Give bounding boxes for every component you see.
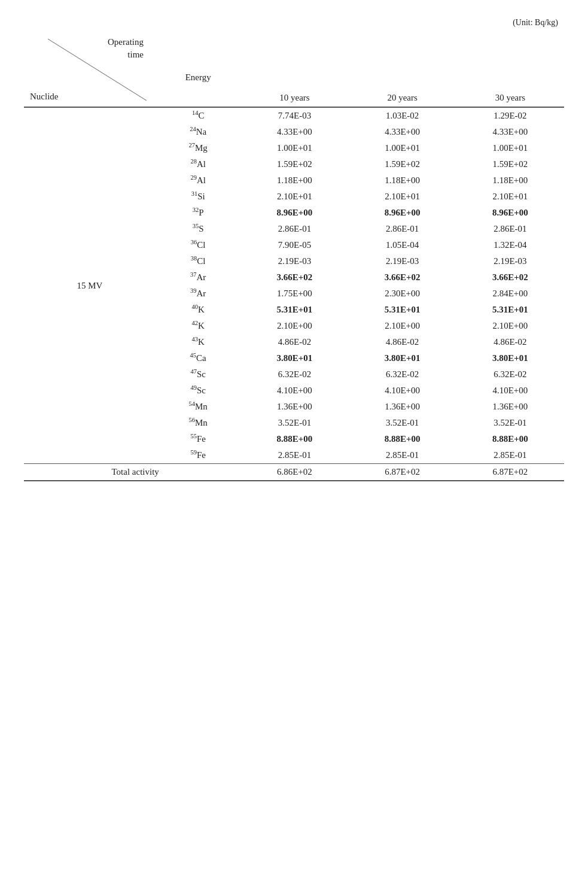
- value-col1: 2.10E+00: [240, 318, 348, 334]
- nuclide-cell: 14C: [156, 107, 240, 124]
- value-col1: 1.59E+02: [240, 156, 348, 172]
- nuclide-cell: 45Ca: [156, 350, 240, 366]
- nuclide-cell: 47Sc: [156, 366, 240, 383]
- value-col2: 2.30E+00: [349, 286, 456, 302]
- value-col2: 1.59E+02: [349, 156, 456, 172]
- nuclide-cell: 38Cl: [156, 253, 240, 269]
- value-col3: 2.85E-01: [456, 447, 564, 464]
- value-col2: 6.32E-02: [349, 366, 456, 383]
- nuclide-cell: 56Mn: [156, 415, 240, 431]
- value-col2: 3.66E+02: [349, 269, 456, 286]
- value-col3: 8.88E+00: [456, 431, 564, 447]
- value-col2: 1.18E+00: [349, 172, 456, 189]
- col3-header: 30 years: [456, 32, 564, 107]
- value-col1: 8.88E+00: [240, 431, 348, 447]
- value-col1: 2.19E-03: [240, 253, 348, 269]
- table-row: 15 MV14C7.74E-031.03E-021.29E-02: [24, 107, 564, 124]
- value-col2: 4.86E-02: [349, 334, 456, 350]
- value-col2: 1.36E+00: [349, 399, 456, 415]
- nuclide-cell: 29Al: [156, 172, 240, 189]
- value-col3: 1.18E+00: [456, 172, 564, 189]
- nuclide-cell: 24Na: [156, 124, 240, 140]
- total-value-col2: 6.87E+02: [349, 464, 456, 481]
- energy-label: Energy: [185, 72, 211, 82]
- value-col3: 1.32E-04: [456, 237, 564, 253]
- value-col3: 1.59E+02: [456, 156, 564, 172]
- value-col1: 3.52E-01: [240, 415, 348, 431]
- nuclide-cell: 40K: [156, 302, 240, 318]
- value-col2: 3.52E-01: [349, 415, 456, 431]
- value-col3: 1.36E+00: [456, 399, 564, 415]
- nuclide-cell: 32P: [156, 205, 240, 221]
- nuclide-cell: 54Mn: [156, 399, 240, 415]
- nuclide-cell: 27Mg: [156, 140, 240, 156]
- value-col3: 2.19E-03: [456, 253, 564, 269]
- value-col1: 4.10E+00: [240, 383, 348, 399]
- value-col2: 5.31E+01: [349, 302, 456, 318]
- operating-time-label: Operatingtime: [108, 36, 144, 61]
- value-col1: 4.86E-02: [240, 334, 348, 350]
- value-col3: 4.10E+00: [456, 383, 564, 399]
- value-col2: 2.10E+00: [349, 318, 456, 334]
- nuclide-cell: 55Fe: [156, 431, 240, 447]
- value-col1: 1.00E+01: [240, 140, 348, 156]
- value-col2: 2.86E-01: [349, 221, 456, 237]
- value-col3: 2.86E-01: [456, 221, 564, 237]
- header-row: Operatingtime Nuclide Energy 10 years 20…: [24, 32, 564, 107]
- table-container: Operatingtime Nuclide Energy 10 years 20…: [24, 32, 564, 481]
- col2-header: 20 years: [349, 32, 456, 107]
- value-col2: 2.85E-01: [349, 447, 456, 464]
- value-col2: 4.33E+00: [349, 124, 456, 140]
- nuclide-label: Nuclide: [30, 92, 58, 102]
- total-label: Total activity: [24, 464, 240, 481]
- value-col1: 5.31E+01: [240, 302, 348, 318]
- value-col1: 3.66E+02: [240, 269, 348, 286]
- value-col1: 6.32E-02: [240, 366, 348, 383]
- nuclide-cell: 42K: [156, 318, 240, 334]
- value-col1: 7.90E-05: [240, 237, 348, 253]
- energy-nuclide-header: Operatingtime Nuclide: [24, 32, 156, 107]
- energy-header: Energy: [156, 32, 240, 107]
- value-col3: 4.86E-02: [456, 334, 564, 350]
- value-col1: 2.86E-01: [240, 221, 348, 237]
- nuclide-cell: 36Cl: [156, 237, 240, 253]
- value-col1: 2.10E+01: [240, 189, 348, 205]
- nuclide-cell: 39Ar: [156, 286, 240, 302]
- value-col2: 3.80E+01: [349, 350, 456, 366]
- value-col3: 3.66E+02: [456, 269, 564, 286]
- nuclide-cell: 37Ar: [156, 269, 240, 286]
- diagonal-header: Operatingtime Nuclide: [30, 36, 150, 102]
- value-col2: 8.88E+00: [349, 431, 456, 447]
- value-col1: 8.96E+00: [240, 205, 348, 221]
- value-col3: 2.10E+01: [456, 189, 564, 205]
- value-col3: 5.31E+01: [456, 302, 564, 318]
- nuclide-cell: 28Al: [156, 156, 240, 172]
- nuclide-cell: 31Si: [156, 189, 240, 205]
- value-col2: 2.19E-03: [349, 253, 456, 269]
- value-col3: 8.96E+00: [456, 205, 564, 221]
- unit-label: (Unit: Bq/kg): [24, 18, 564, 28]
- nuclide-cell: 59Fe: [156, 447, 240, 464]
- value-col3: 1.29E-02: [456, 107, 564, 124]
- value-col1: 7.74E-03: [240, 107, 348, 124]
- nuclide-cell: 43K: [156, 334, 240, 350]
- value-col1: 3.80E+01: [240, 350, 348, 366]
- value-col1: 2.85E-01: [240, 447, 348, 464]
- energy-cell: 15 MV: [24, 107, 156, 464]
- value-col3: 1.00E+01: [456, 140, 564, 156]
- value-col2: 2.10E+01: [349, 189, 456, 205]
- value-col1: 1.36E+00: [240, 399, 348, 415]
- value-col1: 1.18E+00: [240, 172, 348, 189]
- value-col2: 1.05E-04: [349, 237, 456, 253]
- value-col1: 1.75E+00: [240, 286, 348, 302]
- total-value-col3: 6.87E+02: [456, 464, 564, 481]
- value-col2: 8.96E+00: [349, 205, 456, 221]
- value-col3: 3.52E-01: [456, 415, 564, 431]
- value-col2: 1.03E-02: [349, 107, 456, 124]
- col1-header: 10 years: [240, 32, 348, 107]
- nuclide-cell: 49Sc: [156, 383, 240, 399]
- value-col3: 4.33E+00: [456, 124, 564, 140]
- value-col2: 4.10E+00: [349, 383, 456, 399]
- nuclide-cell: 35S: [156, 221, 240, 237]
- value-col3: 3.80E+01: [456, 350, 564, 366]
